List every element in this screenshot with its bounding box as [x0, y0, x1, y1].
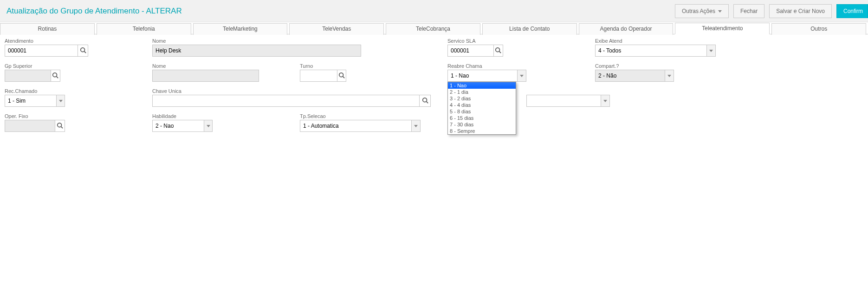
tabs-row: Rotinas Telefonia TeleMarketing TeleVend… — [0, 22, 868, 34]
reabre-option[interactable]: 2 - 1 dia — [448, 89, 516, 95]
exibe-atend-combo[interactable] — [595, 45, 716, 57]
close-label: Fechar — [740, 8, 758, 14]
svg-line-1 — [84, 51, 86, 53]
svg-line-7 — [343, 76, 344, 78]
other-actions-label: Outras Ações — [682, 8, 715, 14]
tab-telefonia[interactable]: Telefonia — [97, 23, 191, 35]
nome2-input[interactable] — [152, 70, 259, 82]
turno-input[interactable] — [300, 70, 337, 82]
reabre-input[interactable] — [447, 70, 517, 82]
reabre-dropdown: 1 - Nao 2 - 1 dia 3 - 2 dias 4 - 4 dias … — [447, 82, 516, 135]
svg-point-0 — [80, 47, 84, 52]
turno-search-button[interactable] — [337, 70, 346, 82]
form-area: Atendimento Nome Servico SLA — [0, 34, 868, 142]
reabre-option[interactable]: 4 - 4 dias — [448, 102, 516, 108]
search-icon — [422, 97, 428, 105]
atendimento-label: Atendimento — [5, 38, 149, 44]
chevron-down-icon — [709, 50, 713, 52]
svg-point-4 — [53, 72, 57, 77]
tp-selecao-label: Tp.Selecao — [300, 113, 444, 119]
exibe-atend-arrow[interactable] — [706, 45, 716, 57]
extra-input[interactable] — [526, 95, 601, 107]
oper-fixo-label: Oper. Fixo — [5, 113, 149, 119]
chave-unica-label: Chave Unica — [152, 88, 444, 94]
header-bar: Atualização do Grupo de Atendimento - AL… — [0, 0, 868, 22]
reabre-option[interactable]: 1 - Nao — [448, 82, 516, 89]
habilidade-combo[interactable] — [152, 120, 213, 132]
compart-label: Compart.? — [595, 63, 739, 69]
tab-televendas[interactable]: TeleVendas — [289, 23, 384, 35]
svg-point-6 — [339, 72, 343, 77]
gp-superior-label: Gp Superior — [5, 63, 149, 69]
chave-unica-field — [152, 95, 431, 107]
gp-superior-search-button[interactable] — [51, 70, 60, 82]
compart-combo[interactable] — [595, 70, 674, 82]
reabre-option[interactable]: 7 - 30 dias — [448, 121, 516, 128]
gp-superior-input[interactable] — [5, 70, 51, 82]
rec-chamado-combo[interactable] — [5, 95, 65, 107]
tab-telecobranca[interactable]: TeleCobrança — [386, 23, 480, 35]
save-and-new-label: Salvar e Criar Novo — [776, 8, 825, 14]
rec-chamado-input[interactable] — [5, 95, 56, 107]
exibe-atend-input[interactable] — [595, 45, 706, 57]
reabre-combo[interactable] — [447, 70, 526, 82]
extra-arrow[interactable] — [601, 95, 610, 107]
tab-teleatendimento[interactable]: Teleatendimento — [675, 23, 770, 34]
servico-sla-input[interactable] — [447, 45, 493, 57]
search-icon — [80, 47, 86, 55]
tp-selecao-combo[interactable] — [300, 120, 421, 132]
servico-sla-field — [447, 45, 503, 57]
oper-fixo-field — [5, 120, 65, 132]
habilidade-arrow[interactable] — [204, 120, 213, 132]
gp-superior-field — [5, 70, 60, 82]
svg-line-3 — [499, 51, 501, 53]
atendimento-field — [5, 45, 88, 57]
svg-line-9 — [426, 101, 428, 103]
search-icon — [52, 72, 58, 80]
habilidade-input[interactable] — [152, 120, 204, 132]
tab-outros[interactable]: Outros — [771, 23, 866, 35]
tp-selecao-input[interactable] — [300, 120, 411, 132]
rec-chamado-arrow[interactable] — [56, 95, 65, 107]
oper-fixo-search-button[interactable] — [55, 120, 65, 132]
chevron-down-icon — [414, 125, 418, 127]
save-and-new-button[interactable]: Salvar e Criar Novo — [769, 4, 832, 18]
extra-combo[interactable] — [526, 95, 610, 107]
exibe-atend-label: Exibe Atend — [595, 38, 739, 44]
rec-chamado-label: Rec.Chamado — [5, 88, 149, 94]
reabre-option[interactable]: 8 - Sempre — [448, 128, 516, 134]
tp-selecao-arrow[interactable] — [411, 120, 421, 132]
tab-lista-contato[interactable]: Lista de Contato — [482, 23, 577, 35]
other-actions-button[interactable]: Outras Ações — [675, 4, 729, 18]
compart-arrow[interactable] — [665, 70, 674, 82]
chevron-down-icon — [59, 100, 63, 102]
nome1-label: Nome — [152, 38, 444, 44]
chave-unica-search-button[interactable] — [419, 95, 431, 107]
confirm-label: Confirm — [843, 8, 863, 14]
tab-telemarketing[interactable]: TeleMarketing — [193, 23, 288, 35]
nome1-input[interactable] — [152, 45, 361, 57]
reabre-option[interactable]: 5 - 8 dias — [448, 108, 516, 115]
svg-line-5 — [57, 76, 58, 78]
servico-sla-label: Servico SLA — [447, 38, 591, 44]
atendimento-input[interactable] — [5, 45, 78, 57]
svg-point-8 — [422, 98, 427, 102]
confirm-button[interactable]: Confirm — [836, 4, 868, 18]
atendimento-search-button[interactable] — [78, 45, 88, 57]
tab-rotinas[interactable]: Rotinas — [0, 23, 95, 35]
servico-sla-search-button[interactable] — [493, 45, 503, 57]
svg-line-11 — [61, 126, 63, 128]
reabre-arrow[interactable] — [517, 70, 526, 82]
chevron-down-icon — [520, 75, 524, 77]
reabre-label: Reabre Chama — [447, 63, 591, 69]
compart-input[interactable] — [595, 70, 665, 82]
reabre-option[interactable]: 6 - 15 dias — [448, 115, 516, 121]
chave-unica-input[interactable] — [152, 95, 419, 107]
reabre-option[interactable]: 3 - 2 dias — [448, 95, 516, 102]
chevron-down-icon — [603, 100, 607, 102]
close-button[interactable]: Fechar — [733, 4, 764, 18]
oper-fixo-input[interactable] — [5, 120, 55, 132]
tab-agenda-operador[interactable]: Agenda do Operador — [579, 23, 674, 35]
svg-point-2 — [496, 47, 500, 52]
chevron-down-icon — [667, 75, 671, 77]
